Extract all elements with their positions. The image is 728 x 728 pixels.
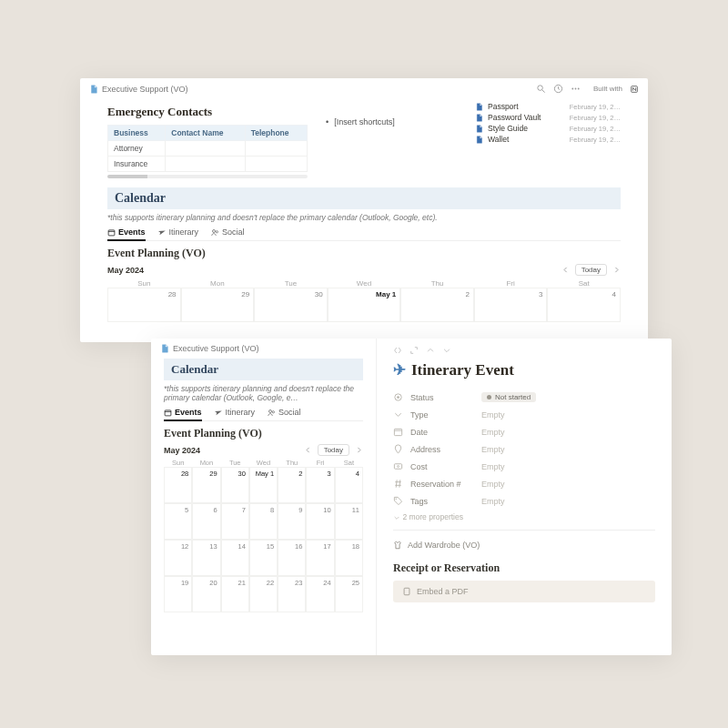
day-cell[interactable]: 16	[278, 540, 306, 576]
prev-month-icon[interactable]	[561, 266, 570, 274]
day-cell[interactable]: 9	[278, 503, 306, 540]
more-icon[interactable]	[571, 84, 581, 94]
prop-row[interactable]: Type Empty	[393, 406, 655, 423]
day-cell[interactable]: 5	[164, 503, 192, 540]
day-cell[interactable]: 24	[306, 576, 334, 612]
file-row[interactable]: Style Guide February 19, 2…	[475, 123, 621, 134]
day-cell[interactable]: 18	[335, 540, 363, 576]
search-icon[interactable]	[536, 84, 546, 94]
day-cell[interactable]: 8	[249, 503, 278, 540]
dow: Thu	[400, 279, 474, 288]
today-button[interactable]: Today	[318, 444, 349, 456]
panel-prev-icon[interactable]	[426, 346, 435, 355]
day-cell[interactable]: May 1	[249, 467, 278, 503]
panel-next-icon[interactable]	[442, 346, 451, 355]
day-cell[interactable]: May 1	[328, 288, 401, 322]
file-row[interactable]: Passport February 19, 2…	[475, 101, 621, 112]
day-cell[interactable]: 22	[249, 576, 278, 612]
dow: Fri	[474, 279, 548, 288]
prop-value[interactable]: Empty	[481, 497, 505, 506]
day-cell[interactable]: 17	[306, 540, 334, 576]
today-button[interactable]: Today	[575, 264, 607, 276]
day-cell[interactable]: 7	[221, 503, 249, 540]
add-wardrobe[interactable]: Add Wardrobe (VO)	[393, 538, 655, 552]
dow: Mon	[192, 459, 220, 467]
calendar-banner: Calendar	[107, 187, 621, 209]
file-row[interactable]: Password Vault February 19, 2…	[475, 112, 621, 123]
card-back: Executive Support (VO) Built with Emerge…	[80, 78, 648, 342]
day-cell[interactable]: 25	[335, 576, 363, 612]
file-icon	[475, 125, 483, 133]
prop-value[interactable]: Empty	[481, 428, 505, 437]
prop-value[interactable]: Empty	[481, 410, 505, 420]
day-cell[interactable]: 14	[221, 540, 249, 576]
day-cell[interactable]: 30	[254, 288, 328, 322]
day-cell[interactable]: 28	[164, 467, 192, 503]
day-cell[interactable]: 30	[221, 467, 249, 503]
tab-events[interactable]: Events	[164, 408, 202, 421]
day-cell[interactable]: 11	[335, 503, 363, 540]
prop-value[interactable]: Empty	[481, 462, 505, 471]
tab-social[interactable]: Social	[268, 408, 301, 417]
calendar-note: *this supports itinerary planning and do…	[107, 213, 621, 222]
day-cell[interactable]: 19	[164, 576, 192, 612]
day-cell[interactable]: 13	[192, 540, 220, 576]
file-name: Passport	[488, 102, 519, 111]
prop-status[interactable]: Status Not started	[393, 389, 655, 406]
day-cell[interactable]: 2	[400, 288, 474, 322]
tab-itinerary[interactable]: Itinerary	[215, 408, 256, 417]
prop-row[interactable]: Reservation # Empty	[393, 475, 655, 492]
shortcut-placeholder[interactable]: [Insert shortcuts]	[326, 117, 395, 126]
day-cell[interactable]: 20	[192, 576, 220, 612]
prev-month-icon[interactable]	[304, 446, 312, 454]
more-properties[interactable]: 2 more properties	[393, 510, 655, 524]
breadcrumb[interactable]: Executive Support (VO)	[173, 344, 259, 353]
day-cell[interactable]: 29	[181, 288, 255, 322]
collapse-icon[interactable]	[393, 346, 402, 355]
prop-value[interactable]: Empty	[481, 445, 505, 454]
day-cell[interactable]: 4	[547, 288, 621, 322]
prop-row[interactable]: Date Empty	[393, 423, 655, 440]
day-cell[interactable]: 3	[306, 467, 334, 503]
dow: Fri	[306, 459, 334, 467]
day-cell[interactable]: 10	[306, 503, 334, 540]
prop-label: Reservation #	[410, 480, 474, 489]
day-cell[interactable]: 21	[221, 576, 249, 612]
prop-value[interactable]: Empty	[481, 480, 505, 489]
embed-pdf[interactable]: Embed a PDF	[393, 581, 655, 602]
expand-icon[interactable]	[410, 346, 419, 355]
prop-row[interactable]: Cost Empty	[393, 458, 655, 475]
receipt-title: Receipt or Reservation	[393, 561, 655, 575]
day-cell[interactable]: 4	[335, 467, 363, 503]
tab-events[interactable]: Events	[107, 228, 146, 241]
day-cell[interactable]: 3	[474, 288, 548, 322]
next-month-icon[interactable]	[355, 446, 363, 454]
dow: Tue	[254, 279, 328, 288]
day-cell[interactable]: 15	[249, 540, 278, 576]
tab-itinerary[interactable]: Itinerary	[158, 228, 199, 237]
panel-title[interactable]: ✈ Itinerary Event	[393, 360, 655, 379]
day-cell[interactable]: 29	[192, 467, 220, 503]
dow: Sun	[107, 279, 181, 288]
col-phone: Telephone	[245, 126, 307, 141]
table-row: Attorney	[108, 141, 308, 157]
prop-row[interactable]: Tags Empty	[393, 492, 655, 510]
dow: Wed	[249, 459, 278, 467]
clock-icon[interactable]	[553, 84, 563, 94]
day-cell[interactable]: 23	[278, 576, 306, 612]
status-pill[interactable]: Not started	[481, 392, 536, 402]
scrollbar[interactable]	[107, 175, 308, 178]
day-cell[interactable]: 12	[164, 540, 192, 576]
month-label: May 2024	[107, 266, 144, 275]
file-name: Wallet	[488, 135, 509, 144]
breadcrumb[interactable]: Executive Support (VO)	[102, 85, 188, 94]
day-cell[interactable]: 28	[107, 288, 181, 322]
day-cell[interactable]: 6	[192, 503, 220, 540]
notion-icon	[630, 85, 639, 94]
next-month-icon[interactable]	[612, 266, 621, 274]
prop-row[interactable]: Address Empty	[393, 440, 655, 458]
day-cell[interactable]: 2	[278, 467, 306, 503]
tab-social[interactable]: Social	[211, 228, 245, 237]
file-row[interactable]: Wallet February 19, 2…	[475, 134, 621, 145]
dow: Sat	[547, 279, 621, 288]
